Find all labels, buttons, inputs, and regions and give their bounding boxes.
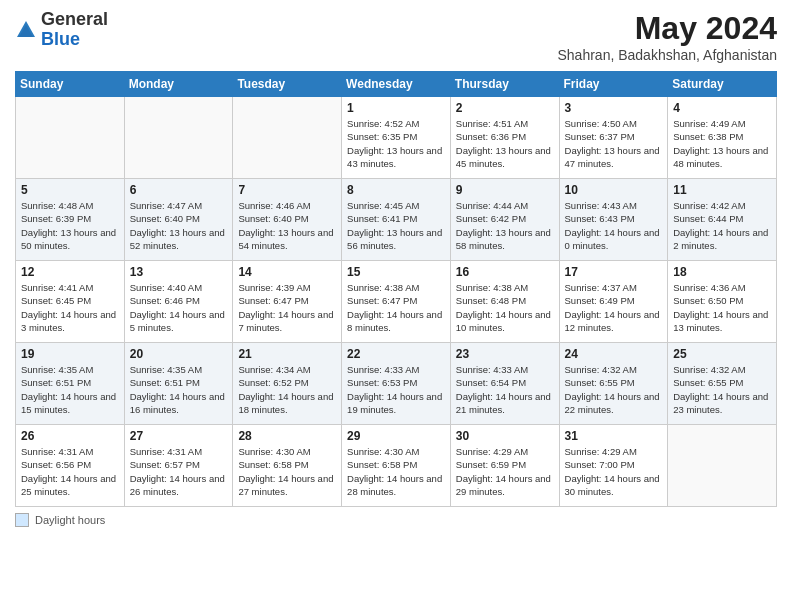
day-cell: 21Sunrise: 4:34 AM Sunset: 6:52 PM Dayli… — [233, 343, 342, 425]
day-number: 21 — [238, 347, 336, 361]
col-header-tuesday: Tuesday — [233, 72, 342, 97]
day-info: Sunrise: 4:39 AM Sunset: 6:47 PM Dayligh… — [238, 281, 336, 334]
day-info: Sunrise: 4:52 AM Sunset: 6:35 PM Dayligh… — [347, 117, 445, 170]
day-number: 1 — [347, 101, 445, 115]
day-number: 20 — [130, 347, 228, 361]
day-number: 18 — [673, 265, 771, 279]
day-number: 3 — [565, 101, 663, 115]
day-info: Sunrise: 4:29 AM Sunset: 7:00 PM Dayligh… — [565, 445, 663, 498]
week-row-4: 19Sunrise: 4:35 AM Sunset: 6:51 PM Dayli… — [16, 343, 777, 425]
day-number: 26 — [21, 429, 119, 443]
day-number: 24 — [565, 347, 663, 361]
day-cell: 19Sunrise: 4:35 AM Sunset: 6:51 PM Dayli… — [16, 343, 125, 425]
day-cell: 30Sunrise: 4:29 AM Sunset: 6:59 PM Dayli… — [450, 425, 559, 507]
day-number: 6 — [130, 183, 228, 197]
day-info: Sunrise: 4:43 AM Sunset: 6:43 PM Dayligh… — [565, 199, 663, 252]
page: General Blue May 2024 Shahran, Badakhsha… — [0, 0, 792, 612]
day-cell: 8Sunrise: 4:45 AM Sunset: 6:41 PM Daylig… — [342, 179, 451, 261]
day-cell: 14Sunrise: 4:39 AM Sunset: 6:47 PM Dayli… — [233, 261, 342, 343]
day-cell: 11Sunrise: 4:42 AM Sunset: 6:44 PM Dayli… — [668, 179, 777, 261]
col-header-friday: Friday — [559, 72, 668, 97]
day-cell: 6Sunrise: 4:47 AM Sunset: 6:40 PM Daylig… — [124, 179, 233, 261]
day-number: 25 — [673, 347, 771, 361]
day-cell: 9Sunrise: 4:44 AM Sunset: 6:42 PM Daylig… — [450, 179, 559, 261]
day-info: Sunrise: 4:51 AM Sunset: 6:36 PM Dayligh… — [456, 117, 554, 170]
col-header-monday: Monday — [124, 72, 233, 97]
day-number: 22 — [347, 347, 445, 361]
day-cell: 7Sunrise: 4:46 AM Sunset: 6:40 PM Daylig… — [233, 179, 342, 261]
day-cell: 10Sunrise: 4:43 AM Sunset: 6:43 PM Dayli… — [559, 179, 668, 261]
day-cell: 26Sunrise: 4:31 AM Sunset: 6:56 PM Dayli… — [16, 425, 125, 507]
col-header-wednesday: Wednesday — [342, 72, 451, 97]
day-cell: 28Sunrise: 4:30 AM Sunset: 6:58 PM Dayli… — [233, 425, 342, 507]
day-number: 19 — [21, 347, 119, 361]
day-info: Sunrise: 4:40 AM Sunset: 6:46 PM Dayligh… — [130, 281, 228, 334]
header: General Blue May 2024 Shahran, Badakhsha… — [15, 10, 777, 63]
day-number: 12 — [21, 265, 119, 279]
week-row-5: 26Sunrise: 4:31 AM Sunset: 6:56 PM Dayli… — [16, 425, 777, 507]
day-number: 13 — [130, 265, 228, 279]
calendar-table: SundayMondayTuesdayWednesdayThursdayFrid… — [15, 71, 777, 507]
day-cell: 24Sunrise: 4:32 AM Sunset: 6:55 PM Dayli… — [559, 343, 668, 425]
title-block: May 2024 Shahran, Badakhshan, Afghanista… — [557, 10, 777, 63]
day-cell — [16, 97, 125, 179]
day-cell: 2Sunrise: 4:51 AM Sunset: 6:36 PM Daylig… — [450, 97, 559, 179]
week-row-1: 1Sunrise: 4:52 AM Sunset: 6:35 PM Daylig… — [16, 97, 777, 179]
day-cell: 29Sunrise: 4:30 AM Sunset: 6:58 PM Dayli… — [342, 425, 451, 507]
week-row-2: 5Sunrise: 4:48 AM Sunset: 6:39 PM Daylig… — [16, 179, 777, 261]
day-info: Sunrise: 4:44 AM Sunset: 6:42 PM Dayligh… — [456, 199, 554, 252]
day-cell: 4Sunrise: 4:49 AM Sunset: 6:38 PM Daylig… — [668, 97, 777, 179]
day-cell: 12Sunrise: 4:41 AM Sunset: 6:45 PM Dayli… — [16, 261, 125, 343]
day-number: 2 — [456, 101, 554, 115]
legend-box — [15, 513, 29, 527]
day-number: 14 — [238, 265, 336, 279]
day-number: 15 — [347, 265, 445, 279]
day-info: Sunrise: 4:30 AM Sunset: 6:58 PM Dayligh… — [238, 445, 336, 498]
col-header-sunday: Sunday — [16, 72, 125, 97]
week-row-3: 12Sunrise: 4:41 AM Sunset: 6:45 PM Dayli… — [16, 261, 777, 343]
day-cell: 22Sunrise: 4:33 AM Sunset: 6:53 PM Dayli… — [342, 343, 451, 425]
col-header-saturday: Saturday — [668, 72, 777, 97]
day-info: Sunrise: 4:29 AM Sunset: 6:59 PM Dayligh… — [456, 445, 554, 498]
col-header-thursday: Thursday — [450, 72, 559, 97]
month-year: May 2024 — [557, 10, 777, 47]
legend-label: Daylight hours — [35, 514, 105, 526]
day-info: Sunrise: 4:31 AM Sunset: 6:56 PM Dayligh… — [21, 445, 119, 498]
day-info: Sunrise: 4:42 AM Sunset: 6:44 PM Dayligh… — [673, 199, 771, 252]
logo-general: General — [41, 9, 108, 29]
day-cell: 5Sunrise: 4:48 AM Sunset: 6:39 PM Daylig… — [16, 179, 125, 261]
day-number: 11 — [673, 183, 771, 197]
day-cell: 17Sunrise: 4:37 AM Sunset: 6:49 PM Dayli… — [559, 261, 668, 343]
day-info: Sunrise: 4:50 AM Sunset: 6:37 PM Dayligh… — [565, 117, 663, 170]
day-info: Sunrise: 4:41 AM Sunset: 6:45 PM Dayligh… — [21, 281, 119, 334]
day-info: Sunrise: 4:46 AM Sunset: 6:40 PM Dayligh… — [238, 199, 336, 252]
logo-icon — [15, 19, 37, 41]
day-info: Sunrise: 4:47 AM Sunset: 6:40 PM Dayligh… — [130, 199, 228, 252]
day-info: Sunrise: 4:32 AM Sunset: 6:55 PM Dayligh… — [565, 363, 663, 416]
day-cell: 15Sunrise: 4:38 AM Sunset: 6:47 PM Dayli… — [342, 261, 451, 343]
day-number: 23 — [456, 347, 554, 361]
day-info: Sunrise: 4:34 AM Sunset: 6:52 PM Dayligh… — [238, 363, 336, 416]
day-info: Sunrise: 4:35 AM Sunset: 6:51 PM Dayligh… — [21, 363, 119, 416]
day-cell — [124, 97, 233, 179]
day-number: 8 — [347, 183, 445, 197]
day-cell — [668, 425, 777, 507]
footer: Daylight hours — [15, 513, 777, 527]
day-info: Sunrise: 4:33 AM Sunset: 6:54 PM Dayligh… — [456, 363, 554, 416]
day-info: Sunrise: 4:45 AM Sunset: 6:41 PM Dayligh… — [347, 199, 445, 252]
day-cell: 1Sunrise: 4:52 AM Sunset: 6:35 PM Daylig… — [342, 97, 451, 179]
day-info: Sunrise: 4:49 AM Sunset: 6:38 PM Dayligh… — [673, 117, 771, 170]
logo-blue: Blue — [41, 29, 80, 49]
day-cell: 20Sunrise: 4:35 AM Sunset: 6:51 PM Dayli… — [124, 343, 233, 425]
day-cell: 27Sunrise: 4:31 AM Sunset: 6:57 PM Dayli… — [124, 425, 233, 507]
day-cell: 25Sunrise: 4:32 AM Sunset: 6:55 PM Dayli… — [668, 343, 777, 425]
day-number: 31 — [565, 429, 663, 443]
day-number: 17 — [565, 265, 663, 279]
day-cell: 31Sunrise: 4:29 AM Sunset: 7:00 PM Dayli… — [559, 425, 668, 507]
day-cell: 13Sunrise: 4:40 AM Sunset: 6:46 PM Dayli… — [124, 261, 233, 343]
day-info: Sunrise: 4:35 AM Sunset: 6:51 PM Dayligh… — [130, 363, 228, 416]
day-info: Sunrise: 4:36 AM Sunset: 6:50 PM Dayligh… — [673, 281, 771, 334]
day-number: 7 — [238, 183, 336, 197]
day-info: Sunrise: 4:48 AM Sunset: 6:39 PM Dayligh… — [21, 199, 119, 252]
day-number: 9 — [456, 183, 554, 197]
